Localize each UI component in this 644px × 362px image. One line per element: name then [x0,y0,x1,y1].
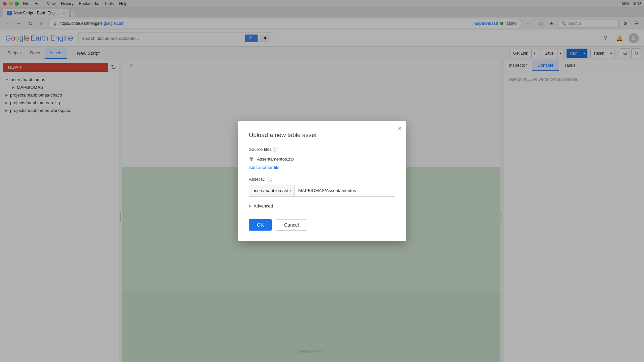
asset-id-text: Asset ID [249,177,265,182]
advanced-arrow: ▶ [249,204,252,208]
add-another-file-link[interactable]: Add another file [249,165,279,170]
file-item: 🗑 Assentamentos.zip [249,155,395,164]
asset-id-prefix-text: users/mapbiomas/ [253,188,288,193]
modal-close-button[interactable]: × [398,125,402,132]
cancel-button[interactable]: Cancel [276,219,307,231]
advanced-toggle[interactable]: ▶ Advanced [249,203,395,208]
asset-id-section: Asset ID ? users/mapbiomas/ ▾ [249,177,395,197]
ok-button[interactable]: OK [249,219,272,231]
file-delete-icon[interactable]: 🗑 [249,156,254,162]
upload-modal: × Upload a new table asset Source files … [238,121,406,241]
modal-title: Upload a new table asset [249,132,395,139]
source-files-text: Source files [249,147,272,152]
advanced-label: Advanced [254,203,273,208]
source-files-help-icon[interactable]: ? [273,147,278,152]
modal-actions: OK Cancel [249,219,395,231]
asset-id-label: Asset ID ? [249,177,395,182]
asset-id-help-icon[interactable]: ? [267,177,272,182]
asset-id-input[interactable] [294,185,395,197]
asset-id-prefix-dropdown[interactable]: users/mapbiomas/ ▾ [249,185,294,197]
prefix-dropdown-arrow: ▾ [289,189,291,192]
modal-overlay: × Upload a new table asset Source files … [0,0,644,362]
advanced-section: ▶ Advanced [249,203,395,208]
asset-id-row: users/mapbiomas/ ▾ [249,185,395,197]
source-files-label: Source files ? [249,147,395,152]
file-name: Assentamentos.zip [257,157,294,162]
